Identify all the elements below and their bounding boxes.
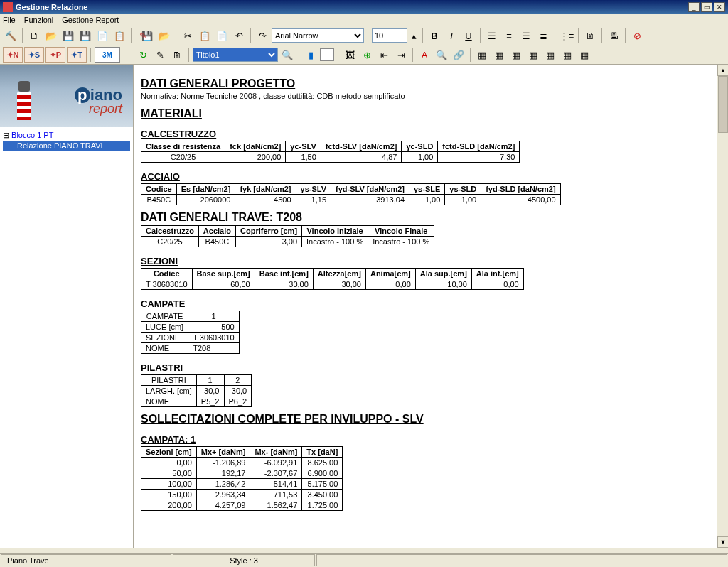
report-icon[interactable]: 📋 [112, 28, 127, 43]
normativa-text: Normativa: Norme Tecniche 2008 , classe … [141, 92, 721, 100]
color-box[interactable] [320, 48, 334, 61]
document-content[interactable]: DATI GENERALI PROGETTO Normativa: Norme … [134, 65, 728, 548]
print-icon[interactable]: 🖶 [606, 28, 621, 43]
underline-button[interactable]: U [461, 28, 476, 43]
table-acciaio: CodiceEs [daN/cm2]fyk [daN/cm2]γs-SLV fy… [141, 183, 561, 205]
link-add-icon[interactable]: ⊕ [359, 47, 375, 63]
titlebar: Gestione Relazione _ ▭ ✕ [0, 0, 728, 14]
table-opt1-icon[interactable]: ▦ [560, 47, 575, 63]
align-right-icon[interactable]: ☰ [518, 28, 534, 43]
logo-area: piano report [0, 65, 133, 127]
vertical-scrollbar[interactable]: ▲ ▼ [717, 65, 728, 548]
btn-3m[interactable]: 3M [95, 47, 120, 63]
heading-sollecitazioni: SOLLECITAZIONI COMPLETE PER INVILUPPO - … [141, 413, 721, 426]
stop-icon[interactable]: ⊘ [629, 28, 645, 43]
paste-icon[interactable]: 📄 [214, 28, 230, 43]
align-justify-icon[interactable]: ≣ [535, 28, 551, 43]
brush-icon[interactable]: ✎ [135, 28, 151, 43]
table-campate: CAMPATE1 LUCE [cm]500 SEZIONET 30603010 … [141, 310, 240, 354]
heading-trave: DATI GENERALI TRAVE: T208 [141, 211, 721, 224]
table-insert-icon[interactable]: ▦ [474, 47, 490, 63]
status-left: Piano Trave [1, 554, 171, 566]
export-icon[interactable]: 📄 [95, 28, 110, 43]
btn-p-red[interactable]: ✦P [46, 47, 65, 63]
scroll-up-icon[interactable]: ▲ [717, 65, 728, 76]
open-icon[interactable]: 📂 [43, 28, 59, 43]
cut-icon[interactable]: ✂ [180, 28, 196, 43]
heading-pilastri: PILASTRI [141, 362, 721, 373]
open2-icon[interactable]: 📂 [156, 28, 172, 43]
table-calcestruzzo: Classe di resistenzafck [daN/cm2]γc-SLV … [141, 141, 520, 163]
sidebar: piano report Blocco 1 PT Relazione PIANO… [0, 65, 134, 548]
align-left-icon[interactable]: ☰ [484, 28, 500, 43]
maximize-button[interactable]: ▭ [701, 2, 712, 12]
scroll-thumb[interactable] [718, 76, 728, 133]
heading-dati-generali: DATI GENERALI PROGETTO [141, 77, 721, 90]
refresh-icon[interactable]: ↻ [135, 47, 151, 63]
image-icon[interactable]: 🖼 [342, 47, 358, 63]
save-all-icon[interactable]: 💾 [77, 28, 93, 43]
marker-icon[interactable]: ▮ [303, 47, 318, 63]
status-mid: Style : 3 [173, 554, 315, 566]
btn-t-blue[interactable]: ✦T [67, 47, 87, 63]
heading-acciaio: ACCIAIO [141, 171, 721, 182]
tree-root[interactable]: Blocco 1 PT [3, 130, 130, 141]
heading-sezioni: SEZIONI [141, 256, 721, 266]
table-del-icon[interactable]: ▦ [525, 47, 541, 63]
doc-icon[interactable]: 🗎 [169, 47, 185, 63]
new-icon[interactable]: 🗋 [26, 28, 42, 43]
font-color-icon[interactable]: A [417, 47, 432, 63]
tool-home-icon[interactable]: 🔨 [3, 28, 18, 43]
btn-s-blue[interactable]: ✦S [24, 47, 44, 63]
scroll-down-icon[interactable]: ▼ [717, 536, 728, 548]
heading-calc: CALCESTRUZZO [141, 129, 721, 139]
table-trave: CalcestruzzoAcciaioCopriferro [cm] Vinco… [141, 225, 434, 247]
toolbars: 🔨 🗋 📂 💾 💾 📄 📋 ✎ 💾 📂 ✂ 📋 📄 ↶ ↷ Arial Narr… [0, 26, 728, 65]
main-area: piano report Blocco 1 PT Relazione PIANO… [0, 65, 728, 548]
edit-icon[interactable]: ✎ [152, 47, 168, 63]
page-icon[interactable]: 🗎 [582, 28, 598, 43]
table-pilastri: PILASTRI12 LARGH. [cm]30,030,0 NOMEP5_2P… [141, 374, 252, 407]
btn-n-red[interactable]: ✦N [3, 47, 23, 63]
table-opt2-icon[interactable]: ▦ [577, 47, 592, 63]
chain-icon[interactable]: 🔗 [451, 47, 466, 63]
tree-view[interactable]: Blocco 1 PT Relazione PIANO TRAVI [0, 127, 133, 548]
size-up-icon[interactable]: ▴ [409, 28, 419, 43]
heading-campata1: CAMPATA: 1 [141, 434, 721, 445]
menubar: File Funzioni Gestione Report [0, 14, 728, 26]
close-button[interactable]: ✕ [714, 2, 725, 12]
lighthouse-icon [14, 77, 34, 120]
indent-left-icon[interactable]: ⇤ [376, 47, 392, 63]
menu-gestione-report[interactable]: Gestione Report [62, 16, 119, 24]
table-sollecitazioni: Sezioni [cm]Mx+ [daNm] Mx- [daNm]Tx [daN… [141, 446, 343, 511]
table-row-icon[interactable]: ▦ [491, 47, 507, 63]
align-center-icon[interactable]: ≡ [501, 28, 517, 43]
apply-style-icon[interactable]: 🔍 [279, 47, 295, 63]
search-icon[interactable]: 🔍 [434, 47, 449, 63]
copy-icon[interactable]: 📋 [197, 28, 213, 43]
statusbar: Piano Trave Style : 3 [0, 553, 728, 567]
table-col-icon[interactable]: ▦ [508, 47, 524, 63]
minimize-button[interactable]: _ [688, 2, 700, 12]
style-select[interactable]: Titolo1 [193, 48, 278, 62]
tree-child-selected[interactable]: Relazione PIANO TRAVI [3, 141, 130, 151]
italic-button[interactable]: I [444, 28, 459, 43]
heading-materiali: MATERIALI [141, 107, 721, 120]
redo-icon[interactable]: ↷ [255, 28, 270, 43]
menu-funzioni[interactable]: Funzioni [24, 16, 54, 24]
app-icon [3, 2, 13, 12]
save-icon[interactable]: 💾 [60, 28, 76, 43]
heading-campate: CAMPATE [141, 298, 721, 309]
menu-file[interactable]: File [3, 16, 16, 24]
font-select[interactable]: Arial Narrow [272, 28, 364, 43]
indent-right-icon[interactable]: ⇥ [393, 47, 409, 63]
table-merge-icon[interactable]: ▦ [542, 47, 558, 63]
undo-icon[interactable]: ↶ [231, 28, 247, 43]
table-sezioni: CodiceBase sup.[cm]Base inf.[cm]Altezza[… [141, 268, 524, 290]
font-size-input[interactable] [372, 28, 407, 43]
bold-button[interactable]: B [427, 28, 442, 43]
status-fill [316, 554, 727, 566]
bullets-icon[interactable]: ⋮≡ [559, 28, 574, 43]
window-title: Gestione Relazione [16, 3, 688, 11]
